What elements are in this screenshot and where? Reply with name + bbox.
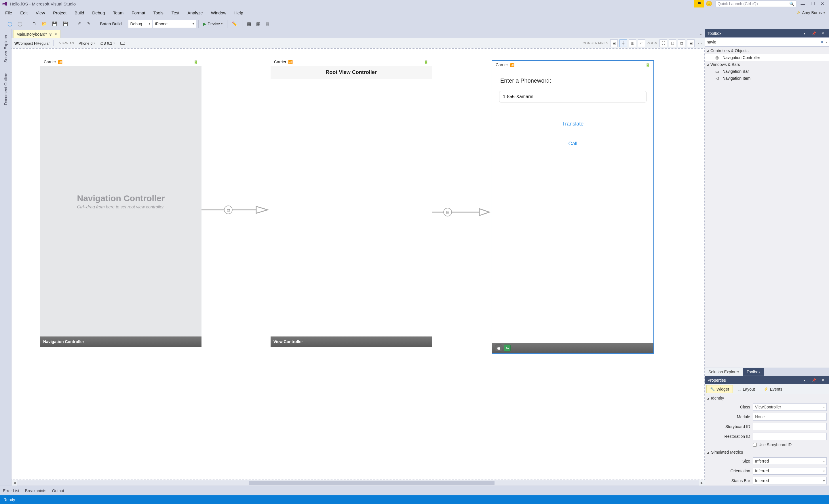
statusbar-dropdown[interactable]: Inferred	[753, 477, 827, 484]
device-dropdown[interactable]: iPhone 6▾	[77, 40, 96, 46]
section-identity[interactable]: ◢Identity	[705, 394, 829, 402]
zoom-in-button[interactable]: ▣	[687, 39, 694, 47]
undo-icon[interactable]: ↶	[75, 20, 84, 28]
call-button[interactable]: Call	[492, 134, 653, 154]
menu-analyze[interactable]: Analyze	[183, 9, 207, 17]
clear-search-icon[interactable]: ✕	[820, 40, 824, 44]
maximize-button[interactable]: ❐	[808, 0, 818, 7]
constraints-btn-2[interactable]: ┼	[619, 39, 627, 47]
toolbox-item-navigation-controller[interactable]: ◎Navigation Controller	[705, 54, 829, 61]
scene-navigation-controller[interactable]: Carrier📶🔋 Navigation Controller Ctrl+dra…	[40, 58, 202, 347]
footer-error-list[interactable]: Error List	[3, 489, 19, 493]
constraints-btn-4[interactable]: ▭	[638, 39, 645, 47]
platform-dropdown[interactable]: iPhone	[153, 20, 196, 28]
storyboardid-input[interactable]	[753, 423, 827, 430]
toolbar-icon-2[interactable]: ▦	[245, 20, 253, 28]
save-icon[interactable]: 💾	[50, 20, 60, 28]
orientation-dropdown[interactable]: Inferred	[753, 467, 827, 475]
size-class-indicator[interactable]: WCompact HRegular	[14, 41, 50, 45]
storyboard-canvas[interactable]: Carrier📶🔋 Navigation Controller Ctrl+dra…	[11, 48, 705, 480]
scroll-track[interactable]	[17, 480, 699, 485]
toolbox-group-windows[interactable]: ◢Windows & Bars	[705, 61, 829, 68]
close-button[interactable]: ✕	[818, 0, 827, 7]
menu-project[interactable]: Project	[49, 9, 71, 17]
menu-format[interactable]: Format	[128, 9, 149, 17]
start-debug-button[interactable]: ▶ Device ▾	[201, 20, 225, 28]
new-project-icon[interactable]: 🗋	[30, 20, 39, 28]
panel-close-icon[interactable]: ✕	[820, 31, 826, 35]
toolbar-icon-3[interactable]: ▦	[254, 20, 262, 28]
constraints-btn-1[interactable]: ▣	[610, 39, 618, 47]
section-simulated-metrics[interactable]: ◢Simulated Metrics	[705, 448, 829, 456]
menu-test[interactable]: Test	[168, 9, 184, 17]
footer-output[interactable]: Output	[52, 489, 64, 493]
panel-menu-icon[interactable]: ▾	[801, 378, 808, 382]
properties-tab-widget[interactable]: 🔧Widget	[707, 385, 733, 393]
toolbox-item-navigation-bar[interactable]: ▭Navigation Bar	[705, 68, 829, 75]
class-dropdown[interactable]: ViewController	[753, 403, 827, 411]
scroll-right-arrow[interactable]: ▶	[699, 481, 705, 485]
open-file-icon[interactable]: 📂	[39, 20, 49, 28]
properties-tab-events[interactable]: ⚡Events	[760, 385, 786, 393]
config-dropdown[interactable]: Debug	[128, 20, 152, 28]
panel-close-icon[interactable]: ✕	[820, 378, 826, 382]
scroll-thumb[interactable]	[249, 481, 494, 485]
batch-build-button[interactable]: Batch Build...	[98, 20, 128, 28]
redo-icon[interactable]: ↷	[84, 20, 93, 28]
nav-back-button[interactable]: ◯	[5, 20, 15, 28]
zoom-actual-button[interactable]: ◻	[678, 39, 685, 47]
menu-file[interactable]: File	[1, 9, 16, 17]
properties-tab-layout[interactable]: ⬚Layout	[734, 385, 759, 393]
tab-overflow-icon[interactable]: ▾	[697, 31, 705, 38]
constraints-btn-3[interactable]: ◫	[629, 39, 636, 47]
menu-tools[interactable]: Tools	[149, 9, 168, 17]
quick-launch-input[interactable]: Quick Launch (Ctrl+Q) 🔍	[716, 1, 796, 7]
segue-arrow-2[interactable]: ▤	[432, 206, 492, 218]
panel-pin-icon[interactable]: 📌	[810, 31, 817, 35]
menu-team[interactable]: Team	[109, 9, 128, 17]
zoom-out-button[interactable]: ▢	[669, 39, 676, 47]
footer-breakpoints[interactable]: Breakpoints	[25, 489, 46, 493]
scene-exit-icon[interactable]: ↪	[504, 345, 511, 352]
document-outline-tab[interactable]: Document Outline	[3, 71, 9, 107]
menu-help[interactable]: Help	[230, 9, 247, 17]
phoneword-input[interactable]: 1-855-Xamarin	[499, 91, 647, 103]
scroll-left-arrow[interactable]: ◀	[11, 481, 17, 485]
scene-root-view-controller[interactable]: Carrier📶🔋 Root View Controller View Cont…	[271, 58, 432, 347]
chevron-down-icon[interactable]: ▾	[826, 41, 827, 44]
toolbox-item-navigation-item[interactable]: ◁Navigation Item	[705, 75, 829, 82]
menu-window[interactable]: Window	[207, 9, 230, 17]
restorationid-input[interactable]	[753, 433, 827, 440]
save-all-icon[interactable]: 💾	[61, 20, 71, 28]
panel-menu-icon[interactable]: ▾	[801, 31, 808, 35]
menu-edit[interactable]: Edit	[16, 9, 32, 17]
ios-dropdown[interactable]: iOS 9.2▾	[99, 40, 116, 46]
tab-main-storyboard[interactable]: Main.storyboard* ⚲ ✕	[13, 30, 61, 38]
size-dropdown[interactable]: Inferred	[753, 457, 827, 465]
toolbar-grip[interactable]	[2, 22, 4, 26]
orientation-icon[interactable]	[120, 42, 125, 45]
use-storyboardid-checkbox[interactable]: Use Storyboard ID	[753, 442, 827, 447]
minimize-button[interactable]: —	[798, 0, 808, 7]
panel-pin-icon[interactable]: 📌	[810, 378, 817, 382]
menu-view[interactable]: View	[32, 9, 49, 17]
tab-close-button[interactable]: ✕	[54, 32, 57, 36]
nav-fwd-button[interactable]: ◯	[15, 20, 25, 28]
segue-arrow-1[interactable]: ▤	[202, 204, 271, 216]
tab-solution-explorer[interactable]: Solution Explorer	[705, 368, 743, 375]
user-area[interactable]: ⚠ Amy Burns ▾	[797, 10, 828, 15]
feedback-emoji-icon[interactable]: 🙂	[704, 0, 714, 7]
module-input[interactable]	[753, 413, 827, 421]
pin-icon[interactable]: ⚲	[49, 32, 52, 36]
toolbar-icon-4[interactable]: ▦	[263, 20, 272, 28]
notification-flag-icon[interactable]: ⚑	[694, 0, 704, 7]
scene-viewcontroller-icon[interactable]: ◉	[495, 345, 502, 352]
menu-debug[interactable]: Debug	[88, 9, 109, 17]
h-scrollbar[interactable]: ◀ ▶	[11, 480, 705, 485]
translate-button[interactable]: Translate	[492, 114, 653, 134]
scene-phoneword-view-controller[interactable]: Carrier📶🔋 Enter a Phoneword: 1-855-Xamar…	[492, 61, 653, 353]
toolbox-group-controllers[interactable]: ◢Controllers & Objects	[705, 47, 829, 54]
tab-toolbox[interactable]: Toolbox	[743, 368, 764, 375]
toolbox-search-input[interactable]: navig ✕ ▾	[705, 37, 829, 47]
zoom-fit-button[interactable]: ⛶	[659, 39, 667, 47]
